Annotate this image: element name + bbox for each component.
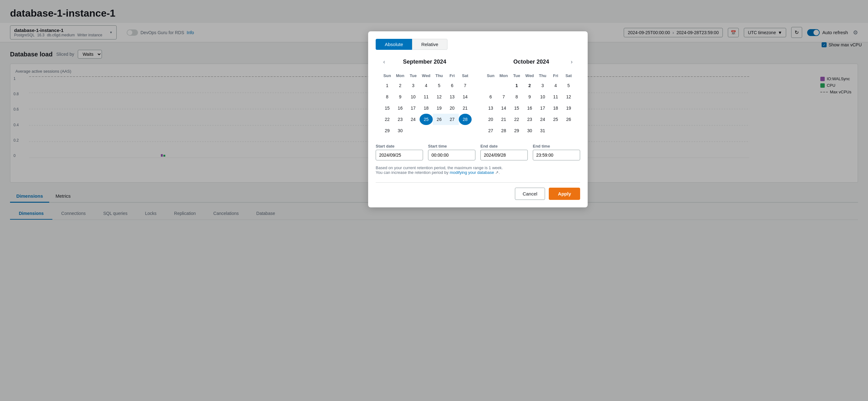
oct-3[interactable]: 3: [536, 80, 549, 91]
sep-16[interactable]: 16: [394, 102, 406, 114]
apply-button[interactable]: Apply: [549, 188, 580, 200]
oct-19[interactable]: 19: [562, 102, 575, 114]
oct-15[interactable]: 15: [510, 102, 523, 114]
oct-6[interactable]: 6: [484, 91, 497, 102]
sep-26-inrange[interactable]: 26: [433, 114, 445, 125]
oct-4[interactable]: 4: [549, 80, 562, 91]
table-row: 8 9 10 11 12 13 14: [381, 91, 472, 102]
sep-20[interactable]: 20: [445, 102, 459, 114]
sep-27-inrange[interactable]: 27: [445, 114, 459, 125]
start-date-input[interactable]: [376, 150, 423, 160]
oct-20[interactable]: 20: [484, 114, 497, 125]
september-grid: Sun Mon Tue Wed Thu Fri Sat 1: [381, 71, 472, 136]
sep-14[interactable]: 14: [459, 91, 472, 102]
oct-2[interactable]: 2: [523, 80, 536, 91]
day-wed: Wed: [420, 71, 432, 80]
sep-17[interactable]: 17: [407, 102, 420, 114]
tab-relative[interactable]: Relative: [412, 39, 447, 50]
day-sat: Sat: [459, 71, 472, 80]
day-mon: Mon: [394, 71, 406, 80]
oct-14[interactable]: 14: [497, 102, 510, 114]
start-date-label: Start date: [376, 144, 423, 148]
sep-empty1: [407, 125, 420, 136]
table-row: 27 28 29 30 31: [484, 125, 575, 136]
september-body: 1 2 3 4 5 6 7 8 9 10: [381, 80, 472, 136]
sep-19[interactable]: 19: [433, 102, 445, 114]
sep-24[interactable]: 24: [407, 114, 420, 125]
sep-2[interactable]: 2: [394, 80, 406, 91]
tab-absolute[interactable]: Absolute: [376, 39, 412, 50]
sep-1[interactable]: 1: [381, 80, 394, 91]
sep-13[interactable]: 13: [445, 91, 459, 102]
oct-13[interactable]: 13: [484, 102, 497, 114]
modal-overlay[interactable]: Absolute Relative ‹ September 2024 Su: [0, 0, 868, 401]
oct-22[interactable]: 22: [510, 114, 523, 125]
external-link-icon: ↗: [495, 170, 499, 175]
sep-18[interactable]: 18: [420, 102, 432, 114]
retention-note: Based on your current retention period, …: [376, 165, 580, 175]
sep-empty3: [433, 125, 445, 136]
sep-15[interactable]: 15: [381, 102, 394, 114]
oct-7[interactable]: 7: [497, 91, 510, 102]
oct-24[interactable]: 24: [536, 114, 549, 125]
oct-30[interactable]: 30: [523, 125, 536, 136]
oct-8[interactable]: 8: [510, 91, 523, 102]
cancel-button[interactable]: Cancel: [515, 188, 545, 200]
sep-30[interactable]: 30: [394, 125, 406, 136]
oct-11[interactable]: 11: [549, 91, 562, 102]
end-date-input[interactable]: [480, 150, 528, 160]
oct-29[interactable]: 29: [510, 125, 523, 136]
next-month-button[interactable]: ›: [568, 57, 575, 66]
oct-28[interactable]: 28: [497, 125, 510, 136]
oct-empty4: [562, 125, 575, 136]
oct-27[interactable]: 27: [484, 125, 497, 136]
calendar-september: ‹ September 2024 Sun Mon Tue Wed Thu: [381, 57, 472, 136]
sep-29[interactable]: 29: [381, 125, 394, 136]
oct-16[interactable]: 16: [523, 102, 536, 114]
oct-23[interactable]: 23: [523, 114, 536, 125]
oct-26[interactable]: 26: [562, 114, 575, 125]
october-title: October 2024: [513, 59, 549, 65]
sep-4[interactable]: 4: [420, 80, 432, 91]
sep-21[interactable]: 21: [459, 102, 472, 114]
prev-month-button[interactable]: ‹: [381, 57, 388, 66]
datetime-inputs: Start date Start time End date End time: [376, 144, 580, 160]
oct-1[interactable]: 1: [510, 80, 523, 91]
calendar-modal: Absolute Relative ‹ September 2024 Su: [368, 31, 588, 207]
oct-10[interactable]: 10: [536, 91, 549, 102]
oct-21[interactable]: 21: [497, 114, 510, 125]
sep-5[interactable]: 5: [433, 80, 445, 91]
oct-5[interactable]: 5: [562, 80, 575, 91]
sep-28-selected[interactable]: 28: [459, 114, 472, 125]
sep-8[interactable]: 8: [381, 91, 394, 102]
sep-10[interactable]: 10: [407, 91, 420, 102]
table-row: 22 23 24 25 26 27 28: [381, 114, 472, 125]
oct-31[interactable]: 31: [536, 125, 549, 136]
oct-day-tue: Tue: [510, 71, 523, 80]
oct-18[interactable]: 18: [549, 102, 562, 114]
september-title: September 2024: [403, 59, 446, 65]
oct-9[interactable]: 9: [523, 91, 536, 102]
end-date-label: End date: [480, 144, 528, 148]
oct-day-fri: Fri: [549, 71, 562, 80]
september-header: ‹ September 2024: [381, 57, 472, 66]
modifying-database-link[interactable]: modifying your database: [450, 170, 494, 175]
oct-25[interactable]: 25: [549, 114, 562, 125]
sep-12[interactable]: 12: [433, 91, 445, 102]
modal-footer: Cancel Apply: [376, 182, 580, 200]
sep-22[interactable]: 22: [381, 114, 394, 125]
calendar-october: October 2024 › Sun Mon Tue Wed Thu Fri: [484, 57, 575, 136]
table-row: 29 30: [381, 125, 472, 136]
sep-25-selected[interactable]: 25: [420, 114, 432, 125]
sep-23[interactable]: 23: [394, 114, 406, 125]
day-tue: Tue: [407, 71, 420, 80]
sep-11[interactable]: 11: [420, 91, 432, 102]
sep-9[interactable]: 9: [394, 91, 406, 102]
oct-12[interactable]: 12: [562, 91, 575, 102]
sep-6[interactable]: 6: [445, 80, 459, 91]
sep-7[interactable]: 7: [459, 80, 472, 91]
oct-17[interactable]: 17: [536, 102, 549, 114]
sep-3[interactable]: 3: [407, 80, 420, 91]
start-time-input[interactable]: [428, 150, 475, 160]
end-time-input[interactable]: [533, 150, 580, 160]
